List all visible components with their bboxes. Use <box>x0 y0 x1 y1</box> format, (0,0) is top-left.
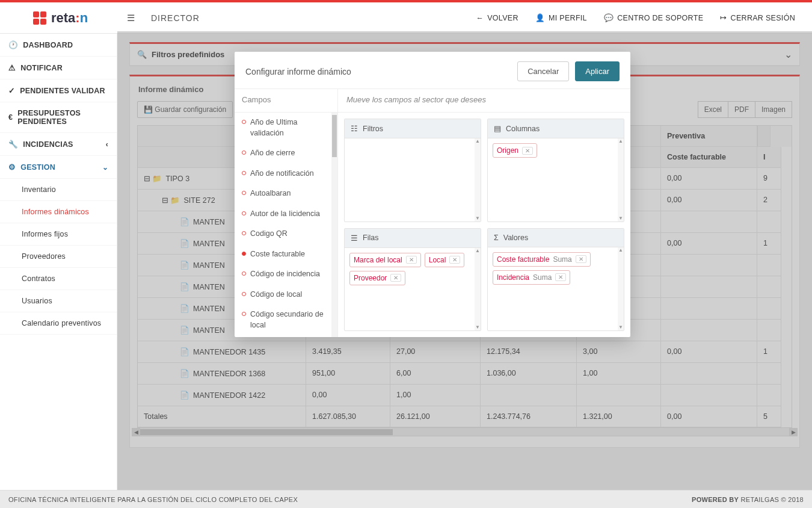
warning-icon: ⚠ <box>8 63 16 72</box>
field-tag[interactable]: Local✕ <box>425 253 465 267</box>
bullet-icon <box>242 271 246 276</box>
arrow-left-icon: ← <box>476 14 484 22</box>
field-tag[interactable]: Proveedor✕ <box>349 271 405 285</box>
cancel-button[interactable]: Cancelar <box>517 61 569 81</box>
bullet-icon <box>242 171 246 175</box>
sidebar-inventario[interactable]: Inventario <box>0 179 117 201</box>
dropzone-columnas[interactable]: ▤Columnas Origen✕▲▼ <box>487 119 624 222</box>
sidebar-calendario[interactable]: Calendario preventivos <box>0 312 117 335</box>
remove-tag-icon[interactable]: ✕ <box>406 256 417 264</box>
sidebar: 🕐DASHBOARD ⚠NOTIFICAR ✓PENDIENTES VALIDA… <box>0 34 117 490</box>
brand-text: reta <box>51 10 75 26</box>
footer-left: OFICINA TÉCNICA INTELIGENTE PARA LA GEST… <box>8 496 298 503</box>
profile-button[interactable]: 👤MI PERFIL <box>535 13 587 22</box>
columns-icon: ▤ <box>494 124 501 133</box>
hamburger-button[interactable]: ☰ <box>117 13 144 23</box>
fields-header: Campos <box>235 89 338 113</box>
sidebar-informes-dinamicos[interactable]: Informes dinámicos <box>0 201 117 223</box>
role-label: DIRECTOR <box>151 13 200 23</box>
logout-button[interactable]: ↦CERRAR SESIÓN <box>720 13 795 22</box>
field-item[interactable]: Codigo QR <box>235 224 337 244</box>
bullet-icon <box>242 211 246 215</box>
sidebar-notificar[interactable]: ⚠NOTIFICAR <box>0 57 117 79</box>
field-item[interactable]: Autor de la Iicidencia <box>235 204 337 225</box>
remove-tag-icon[interactable]: ✕ <box>522 147 533 155</box>
field-item[interactable]: Código de local <box>235 285 337 305</box>
bullet-icon <box>242 292 246 296</box>
back-button[interactable]: ←VOLVER <box>476 14 518 22</box>
support-button[interactable]: 💬CENTRO DE SOPORTE <box>604 13 703 22</box>
sidebar-contratos[interactable]: Contratos <box>0 268 117 290</box>
gear-icon: ⚙ <box>8 163 16 172</box>
instructions: Mueve los campos al sector que desees <box>338 89 630 113</box>
field-item[interactable]: Coste facturable <box>235 244 337 265</box>
sidebar-incidencias[interactable]: 🔧INCIDENCIAS‹ <box>0 133 117 156</box>
dropzone-filtros[interactable]: ☷Filtros ▲▼ <box>344 119 481 222</box>
field-item[interactable]: Año de Ultima validación <box>235 113 337 143</box>
chevron-left-icon: ‹ <box>106 140 108 149</box>
user-icon: 👤 <box>535 13 545 22</box>
field-item[interactable]: Código secundario de local <box>235 305 337 335</box>
field-item[interactable]: Año de cierre <box>235 143 337 164</box>
modal-title: Configurar informe dinámico <box>245 67 351 76</box>
sidebar-gestion[interactable]: ⚙GESTION⌄ <box>0 156 117 179</box>
filter-icon: ☷ <box>351 124 358 133</box>
bullet-icon <box>242 150 246 155</box>
bullet-icon <box>242 252 246 256</box>
logout-icon: ↦ <box>720 13 727 22</box>
field-tag[interactable]: IncidenciaSuma✕ <box>493 270 570 285</box>
sidebar-presupuestos[interactable]: €PRESUPUESTOS PENDIENTES <box>0 102 117 133</box>
rows-icon: ☰ <box>351 234 358 243</box>
sidebar-dashboard[interactable]: 🕐DASHBOARD <box>0 34 117 57</box>
field-tag[interactable]: Marca del local✕ <box>349 253 421 267</box>
footer: OFICINA TÉCNICA INTELIGENTE PARA LA GEST… <box>0 490 812 508</box>
remove-tag-icon[interactable]: ✕ <box>576 255 586 263</box>
gauge-icon: 🕐 <box>8 40 18 49</box>
logo-icon <box>33 11 46 25</box>
sigma-icon: Σ <box>494 234 499 242</box>
chevron-down-icon: ⌄ <box>102 163 108 172</box>
field-item[interactable]: Código de incidencia <box>235 264 337 285</box>
remove-tag-icon[interactable]: ✕ <box>449 256 460 264</box>
euro-icon: € <box>8 113 13 122</box>
wrench-icon: 🔧 <box>8 140 18 149</box>
bullet-icon <box>242 120 246 124</box>
remove-tag-icon[interactable]: ✕ <box>390 274 401 282</box>
check-icon: ✓ <box>8 86 15 95</box>
logo: reta:n <box>0 10 117 26</box>
dropzone-filas[interactable]: ☰Filas Marca del local✕Local✕Proveedor✕▲… <box>344 228 481 332</box>
field-tag[interactable]: Origen✕ <box>493 143 537 158</box>
field-tag[interactable]: Coste facturableSuma✕ <box>493 252 591 267</box>
sidebar-usuarios[interactable]: Usuarios <box>0 290 117 312</box>
sidebar-informes-fijos[interactable]: Informes fijos <box>0 223 117 246</box>
bullet-icon <box>242 191 246 195</box>
fields-list[interactable]: Año de Ultima validaciónAño de cierreAño… <box>235 113 338 337</box>
dropzone-valores[interactable]: ΣValores Coste facturableSuma✕Incidencia… <box>487 228 624 332</box>
chat-icon: 💬 <box>604 13 614 22</box>
fields-scrollbar[interactable] <box>331 113 337 337</box>
field-item[interactable]: Año de notificación <box>235 164 337 184</box>
apply-button[interactable]: Aplicar <box>575 61 620 81</box>
remove-tag-icon[interactable]: ✕ <box>555 273 566 281</box>
config-report-modal: Configurar informe dinámico Cancelar Apl… <box>235 52 630 337</box>
sidebar-proveedores[interactable]: Proveedores <box>0 246 117 268</box>
bullet-icon <box>242 312 246 316</box>
bullet-icon <box>242 231 246 235</box>
field-item[interactable]: Autoalbaran <box>235 184 337 204</box>
sidebar-pendientes[interactable]: ✓PENDIENTES VALIDAR <box>0 79 117 102</box>
